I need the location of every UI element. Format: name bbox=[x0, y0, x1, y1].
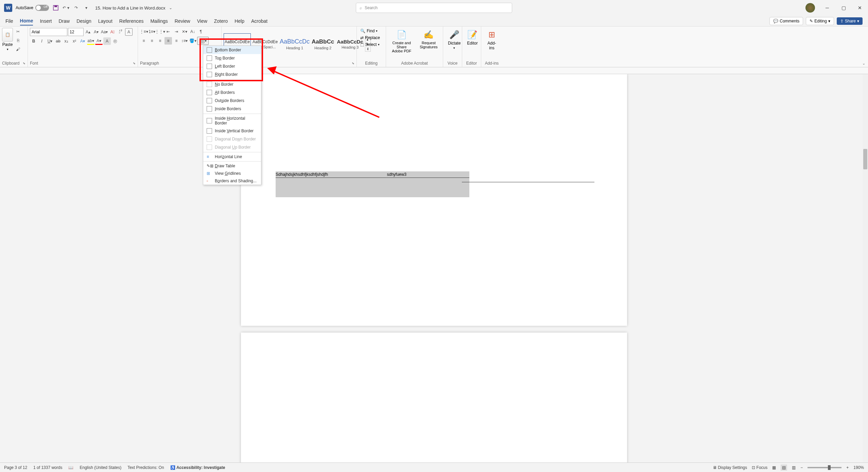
sort-icon[interactable]: A↓ bbox=[189, 28, 196, 35]
search-input[interactable]: ⌕ Search bbox=[356, 3, 512, 13]
close-button[interactable]: ✕ bbox=[856, 4, 864, 12]
qat-customize-icon[interactable]: ▾ bbox=[83, 4, 90, 11]
page[interactable] bbox=[241, 333, 627, 462]
underline-icon[interactable]: U▾ bbox=[46, 37, 54, 45]
text-effects-icon[interactable]: A▾ bbox=[79, 37, 86, 45]
focus-mode[interactable]: ⊡ Focus bbox=[752, 465, 767, 470]
tab-draw[interactable]: Draw bbox=[58, 17, 70, 25]
tab-design[interactable]: Design bbox=[76, 17, 91, 25]
menu-inside-horizontal[interactable]: Inside Horizontal Border bbox=[203, 115, 261, 127]
zoom-out-icon[interactable]: − bbox=[800, 465, 803, 470]
format-painter-icon[interactable]: 🖌 bbox=[14, 46, 22, 53]
create-pdf-button[interactable]: 📄 Create and Share Adobe PDF bbox=[388, 28, 415, 54]
page[interactable]: Sdhajhdsjkhsdhfjksdhfjshdjfh sdhyfuew3 bbox=[241, 74, 627, 326]
tab-acrobat[interactable]: Acrobat bbox=[251, 17, 267, 25]
word-count[interactable]: 1 of 1337 words bbox=[33, 465, 62, 470]
cut-icon[interactable]: ✂ bbox=[14, 28, 22, 35]
style-heading2[interactable]: AaBbCc Heading 2 bbox=[311, 33, 335, 55]
undo-icon[interactable]: ↶ ▾ bbox=[63, 4, 69, 11]
superscript-icon[interactable]: x² bbox=[71, 37, 78, 45]
zoom-in-icon[interactable]: + bbox=[846, 465, 849, 470]
user-avatar[interactable] bbox=[805, 3, 815, 13]
font-size-select[interactable] bbox=[68, 28, 84, 36]
dialog-launcher-icon[interactable]: ⬊ bbox=[133, 62, 136, 65]
asian-layout-icon[interactable]: ✕▾ bbox=[181, 28, 188, 35]
find-button[interactable]: 🔍Find▾ bbox=[359, 28, 379, 34]
numbering-icon[interactable]: 1≡▾ bbox=[148, 28, 156, 35]
web-layout-icon[interactable]: ▥ bbox=[792, 465, 796, 470]
save-icon[interactable] bbox=[52, 4, 59, 11]
share-button[interactable]: ⇪ Share ▾ bbox=[837, 17, 863, 25]
tab-insert[interactable]: Insert bbox=[40, 17, 52, 25]
copy-icon[interactable]: ⎘ bbox=[14, 37, 22, 44]
bullets-icon[interactable]: ⋮≡▾ bbox=[140, 28, 147, 35]
menu-outside-borders[interactable]: Outside Borders bbox=[203, 97, 261, 105]
doc-dropdown-icon[interactable]: ⌄ bbox=[169, 5, 172, 10]
scrollbar-thumb[interactable] bbox=[863, 149, 867, 169]
print-layout-icon[interactable]: ▤ bbox=[781, 465, 787, 471]
zoom-slider[interactable] bbox=[808, 467, 841, 468]
editing-mode-button[interactable]: ✎ Editing ▾ bbox=[806, 17, 834, 25]
spell-check-icon[interactable]: 📖 bbox=[68, 465, 73, 470]
menu-draw-table[interactable]: ✎⊞Draw Table bbox=[203, 162, 261, 170]
tab-home[interactable]: Home bbox=[20, 17, 33, 26]
decrease-indent-icon[interactable]: ⇤ bbox=[164, 28, 172, 35]
subscript-icon[interactable]: x₂ bbox=[63, 37, 70, 45]
tab-review[interactable]: Review bbox=[175, 17, 190, 25]
clear-format-icon[interactable]: A⃠ bbox=[109, 28, 116, 36]
menu-horizontal-line[interactable]: ≡Horizontal Line bbox=[203, 153, 261, 161]
language-indicator[interactable]: English (United States) bbox=[80, 465, 121, 470]
paste-label[interactable]: Paste bbox=[2, 42, 13, 47]
horizontal-ruler[interactable] bbox=[0, 67, 868, 74]
tab-help[interactable]: Help bbox=[235, 17, 244, 25]
menu-borders-shading[interactable]: ▫Borders and Shading... bbox=[203, 177, 261, 185]
align-right-icon[interactable]: ≡ bbox=[156, 37, 164, 45]
collapse-ribbon-icon[interactable]: ⌄ bbox=[862, 61, 865, 66]
dialog-launcher-icon[interactable]: ⬊ bbox=[23, 62, 25, 65]
menu-all-borders[interactable]: All Borders bbox=[203, 88, 261, 97]
shrink-font-icon[interactable]: A▾ bbox=[92, 28, 100, 36]
tab-zotero[interactable]: Zotero bbox=[214, 17, 228, 25]
chevron-down-icon[interactable]: ▾ bbox=[7, 48, 8, 51]
italic-icon[interactable]: I bbox=[38, 37, 46, 45]
char-shading-icon[interactable]: A bbox=[103, 37, 111, 45]
align-left-icon[interactable]: ≡ bbox=[140, 37, 147, 45]
comments-button[interactable]: 💬 Comments bbox=[769, 17, 803, 25]
maximize-button[interactable]: ▢ bbox=[839, 4, 848, 12]
menu-top-border[interactable]: Top Border bbox=[203, 54, 261, 62]
menu-no-border[interactable]: No Border bbox=[203, 80, 261, 88]
request-signatures-button[interactable]: ✍ Request Signatures bbox=[416, 28, 441, 50]
highlight-icon[interactable]: ab▾ bbox=[87, 37, 94, 45]
borders-button[interactable]: ▾ bbox=[197, 37, 209, 45]
addins-button[interactable]: ⊞ Add-ins bbox=[483, 28, 500, 52]
accessibility-checker[interactable]: ♿ Accessibility: Investigate bbox=[170, 465, 225, 470]
text-predictions[interactable]: Text Predictions: On bbox=[127, 465, 164, 470]
font-color-icon[interactable]: A▾ bbox=[95, 37, 103, 45]
paste-icon[interactable]: 📋 bbox=[2, 28, 13, 41]
phonetic-icon[interactable]: ㍐ bbox=[117, 28, 124, 36]
tab-references[interactable]: References bbox=[119, 17, 144, 25]
justify-icon[interactable]: ≡ bbox=[164, 37, 172, 45]
distribute-icon[interactable]: ≡ bbox=[173, 37, 180, 45]
menu-bottom-border[interactable]: Bottom Border bbox=[203, 46, 261, 54]
grow-font-icon[interactable]: A▴ bbox=[84, 28, 92, 36]
menu-right-border[interactable]: Right Border bbox=[203, 70, 261, 79]
line-spacing-icon[interactable]: ↕≡▾ bbox=[181, 37, 188, 45]
page-indicator[interactable]: Page 3 of 12 bbox=[4, 465, 27, 470]
select-button[interactable]: ⬚Select▾ bbox=[359, 41, 381, 48]
editor-button[interactable]: 📝 Editor bbox=[464, 28, 481, 47]
font-name-select[interactable] bbox=[30, 28, 67, 36]
char-border-icon[interactable]: A bbox=[125, 28, 133, 36]
increase-indent-icon[interactable]: ⇥ bbox=[173, 28, 180, 35]
tab-layout[interactable]: Layout bbox=[98, 17, 112, 25]
toggle-switch[interactable]: Off bbox=[35, 5, 49, 11]
bold-icon[interactable]: B bbox=[30, 37, 37, 45]
multilevel-icon[interactable]: ⋮⋮▾ bbox=[156, 28, 164, 35]
dialog-launcher-icon[interactable]: ⬊ bbox=[352, 62, 354, 65]
menu-inside-borders[interactable]: Inside Borders bbox=[203, 105, 261, 113]
menu-inside-vertical[interactable]: Inside Vertical Border bbox=[203, 127, 261, 135]
vertical-scrollbar[interactable] bbox=[863, 74, 868, 462]
dictate-button[interactable]: 🎤 Dictate ▾ bbox=[445, 28, 463, 51]
selected-text[interactable]: Sdhajhdsjkhsdhfjksdhfjshdjfh sdhyfuew3 bbox=[276, 171, 469, 197]
show-marks-icon[interactable]: ¶ bbox=[197, 28, 205, 35]
